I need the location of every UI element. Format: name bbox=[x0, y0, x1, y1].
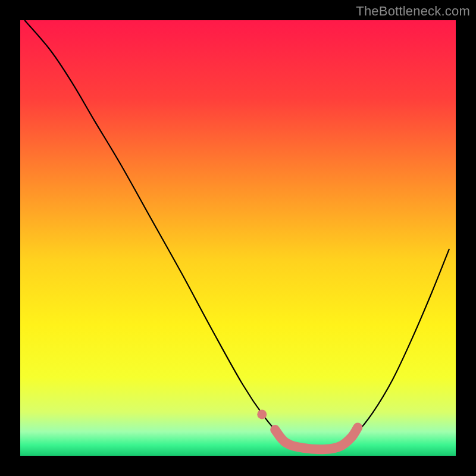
plot-area bbox=[20, 20, 456, 456]
watermark-text: TheBottleneck.com bbox=[356, 4, 470, 19]
chart-frame: TheBottleneck.com bbox=[0, 0, 476, 476]
bottleneck-curve bbox=[24, 20, 449, 451]
highlight-dot bbox=[257, 409, 267, 419]
highlight-band bbox=[275, 427, 358, 449]
curves-layer bbox=[20, 20, 456, 456]
